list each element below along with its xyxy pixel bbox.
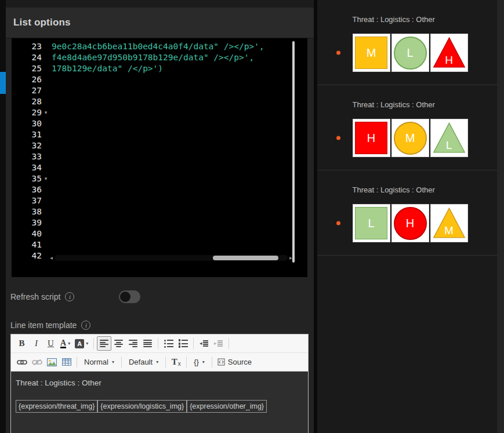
list-preview: Threat : Logistics : OtherMLHThreat : Lo… — [317, 0, 504, 433]
symbol-letter: H — [431, 54, 467, 67]
code-line[interactable]: 27 — [20, 85, 292, 96]
decrease-indent-button[interactable]: ◂ — [197, 336, 211, 351]
code-line[interactable]: 29▾ — [20, 107, 292, 118]
increase-indent-button[interactable]: ▸ — [211, 336, 226, 351]
link-button[interactable] — [14, 355, 30, 369]
preview-list: Threat : Logistics : OtherMLHThreat : Lo… — [317, 0, 504, 256]
line-number: 32 — [20, 140, 42, 151]
fold-icon[interactable]: ▾ — [42, 173, 50, 184]
item-title: Threat : Logistics : Other — [353, 15, 469, 24]
bg-color-button[interactable]: A ▾ — [72, 336, 90, 351]
fold-icon[interactable]: ▾ — [42, 107, 50, 118]
code-text — [50, 74, 52, 85]
align-right-button[interactable] — [126, 336, 140, 351]
vertical-scrollbar[interactable] — [292, 41, 295, 263]
h-scroll-thumb[interactable] — [213, 256, 278, 260]
unlink-button[interactable] — [30, 355, 45, 369]
code-line[interactable]: 25178b129e/data" /</p>') — [20, 63, 292, 74]
image-button[interactable] — [45, 355, 59, 369]
list-item[interactable]: Threat : Logistics : OtherLHM — [317, 170, 504, 256]
active-panel-indicator[interactable] — [0, 72, 6, 94]
code-line[interactable]: 239e0c28a4cb6bea11b0ed4c4a0f4/data" /></… — [20, 41, 292, 52]
font-dropdown[interactable]: Default ▾ — [125, 355, 162, 369]
list-item[interactable]: Threat : Logistics : OtherHML — [317, 85, 504, 170]
caret-down-icon: ▾ — [156, 359, 158, 365]
horizontal-scrollbar[interactable]: ◂ ▸ — [50, 254, 292, 262]
increase-indent-icon: ▸ — [214, 340, 223, 347]
circle-symbol: H — [394, 207, 427, 240]
code-text: 9e0c28a4cb6bea11b0ed4c4a0f4/data" /></p>… — [50, 41, 264, 52]
code-line[interactable]: 33 — [20, 151, 292, 162]
symbol-letter: L — [368, 217, 374, 230]
code-line[interactable]: 38 — [20, 206, 292, 217]
circle-symbol: L — [394, 37, 427, 70]
expression-token[interactable]: {expression/threat_img} — [16, 400, 97, 413]
symbol-cell: L — [391, 34, 429, 72]
scroll-right-icon[interactable]: ▸ — [289, 255, 292, 261]
fold-icon — [42, 41, 50, 52]
toggle-knob — [120, 292, 130, 302]
h-scroll-track[interactable] — [55, 255, 288, 261]
bold-button[interactable]: B — [14, 336, 29, 351]
toolbar-separator — [212, 356, 212, 367]
unlink-icon — [32, 359, 42, 366]
code-line[interactable]: 40 — [20, 228, 292, 239]
fold-icon — [42, 250, 50, 261]
source-button[interactable]: Source — [215, 355, 254, 369]
fold-icon — [42, 85, 50, 96]
expression-token[interactable]: {expression/logistics_img} — [97, 400, 187, 413]
scroll-left-icon[interactable]: ◂ — [50, 255, 53, 261]
align-justify-icon — [143, 340, 152, 347]
fold-icon — [42, 162, 50, 173]
remove-format-t: T — [172, 357, 177, 367]
placeholder-dropdown[interactable]: {} ▾ — [190, 355, 209, 369]
code-line[interactable]: 35▾ — [20, 173, 292, 184]
table-button[interactable] — [59, 355, 74, 369]
bulleted-list-button[interactable] — [161, 336, 176, 351]
fold-icon — [42, 217, 50, 228]
symbol-row: MLH — [353, 34, 469, 72]
italic-button[interactable]: I — [29, 336, 43, 351]
remove-format-button[interactable]: T x — [169, 355, 183, 369]
code-line[interactable]: 32 — [20, 140, 292, 151]
rte-toolbar-row2: Normal ▾ Default ▾ T x {} ▾ — [11, 353, 308, 372]
code-line[interactable]: 28 — [20, 96, 292, 107]
list-item[interactable]: Threat : Logistics : OtherMLH — [317, 0, 504, 85]
align-center-button[interactable] — [111, 336, 126, 351]
expression-token[interactable]: {expression/other_img} — [187, 400, 267, 413]
symbol-cell: L — [353, 204, 390, 242]
code-line[interactable]: 24f4e8d4a6e97d950b9178b129e/data" /></p>… — [20, 52, 292, 63]
item-title: Threat : Logistics : Other — [353, 100, 469, 109]
code-line[interactable]: 34 — [20, 162, 292, 173]
toolbar-separator — [77, 356, 77, 367]
text-color-a: A — [60, 339, 66, 348]
align-left-button[interactable] — [97, 336, 111, 351]
underline-button[interactable]: U — [43, 336, 58, 351]
symbol-letter: M — [431, 224, 467, 237]
info-icon[interactable]: i — [65, 292, 74, 301]
code-line[interactable]: 31 — [20, 129, 292, 140]
code-line[interactable]: 39 — [20, 217, 292, 228]
line-number: 26 — [20, 74, 42, 85]
preview-scrollbar[interactable] — [497, 0, 504, 433]
code-line[interactable]: 37 — [20, 195, 292, 206]
code-line[interactable]: 26 — [20, 74, 292, 85]
text-color-button[interactable]: A ▾ — [58, 336, 72, 351]
code-line[interactable]: 41 — [20, 239, 292, 250]
refresh-script-toggle[interactable] — [119, 290, 140, 303]
code-editor[interactable]: 239e0c28a4cb6bea11b0ed4c4a0f4/data" /></… — [20, 41, 292, 263]
fold-icon — [42, 118, 50, 129]
fold-icon — [42, 63, 50, 74]
rte-toolbar-row1: B I U A ▾ A ▾ — [11, 334, 308, 353]
code-line[interactable]: 36 — [20, 184, 292, 195]
fold-icon — [42, 206, 50, 217]
code-line[interactable]: 30 — [20, 118, 292, 129]
paragraph-format-dropdown[interactable]: Normal ▾ — [80, 355, 118, 369]
info-icon[interactable]: i — [81, 321, 90, 330]
symbol-letter: M — [405, 132, 415, 145]
numbered-list-button[interactable] — [176, 336, 190, 351]
align-justify-button[interactable] — [140, 336, 155, 351]
symbol-cell: H — [430, 34, 468, 72]
toolbar-separator — [158, 338, 158, 349]
rte-content[interactable]: Threat : Logistics : Other {expression/t… — [11, 372, 308, 433]
